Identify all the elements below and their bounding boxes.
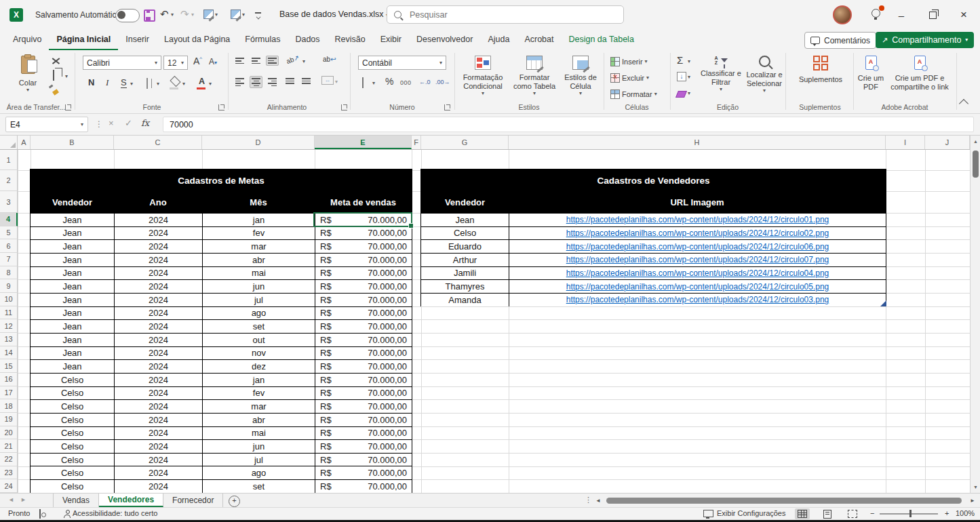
metas-cell-ano[interactable]: 2024 <box>114 400 202 413</box>
metas-cell-meta[interactable]: R$70.000,00 <box>315 427 412 440</box>
spreadsheet-grid[interactable]: Cadastros de Metas VendedorAnoMêsMeta de… <box>0 150 970 493</box>
row-header-15[interactable]: 15 <box>0 359 18 373</box>
comma-style-icon[interactable]: 000 <box>400 79 412 86</box>
ribbon-tab-design-da-tabela[interactable]: Design da Tabela <box>561 30 641 49</box>
metas-cell-ano[interactable]: 2024 <box>114 214 202 226</box>
metas-cell-meta[interactable]: R$70.000,00 <box>315 374 412 386</box>
metas-cell-mes[interactable]: abr <box>202 414 315 426</box>
metas-cell-mes[interactable]: fev <box>202 227 315 240</box>
column-header-J[interactable]: J <box>925 136 970 149</box>
macro-record-icon[interactable] <box>39 509 41 519</box>
vertical-scroll-thumb[interactable] <box>973 150 979 178</box>
sheet-nav-right-icon[interactable]: ► <box>20 496 26 503</box>
row-header-9[interactable]: 9 <box>0 279 18 293</box>
column-header-H[interactable]: H <box>509 136 886 149</box>
row-header-21[interactable]: 21 <box>0 439 18 453</box>
metas-cell-vendedor[interactable]: Jean <box>31 360 114 373</box>
vendedor-name[interactable]: Jamili <box>421 267 509 280</box>
sort-filter-button[interactable]: AZ Classificar e Filtrar ▾ <box>700 56 742 92</box>
number-format-select[interactable]: Contábil ▾ <box>358 56 446 70</box>
row-header-6[interactable]: 6 <box>0 239 18 253</box>
page-layout-view-button[interactable] <box>820 508 835 519</box>
metas-cell-vendedor[interactable]: Jean <box>31 227 114 240</box>
metas-cell-meta[interactable]: R$70.000,00 <box>315 360 412 373</box>
scroll-down-icon[interactable]: ▼ <box>971 485 980 489</box>
metas-cell-meta[interactable]: R$70.000,00 <box>315 294 412 306</box>
metas-cell-meta[interactable]: R$70.000,00 <box>315 227 412 240</box>
orientation-icon[interactable]: ab↗ <box>286 54 300 65</box>
metas-cell-mes[interactable]: jan <box>202 214 315 226</box>
metas-cell-meta[interactable]: R$70.000,00 <box>315 240 412 253</box>
url-link[interactable]: https://pacotedeplanilhas.com/wp-content… <box>566 242 829 252</box>
metas-cell-ano[interactable]: 2024 <box>114 307 202 320</box>
url-link[interactable]: https://pacotedeplanilhas.com/wp-content… <box>566 282 829 292</box>
share-button[interactable]: ↗ Compartilhamento ▾ <box>876 32 974 48</box>
metas-cell-mes[interactable]: jul <box>202 454 315 466</box>
row-header-13[interactable]: 13 <box>0 333 18 346</box>
metas-cell-mes[interactable]: dez <box>202 360 315 373</box>
metas-cell-meta[interactable]: R$70.000,00 <box>315 454 412 466</box>
metas-cell-vendedor[interactable]: Jean <box>31 334 114 346</box>
restore-button[interactable] <box>922 7 943 23</box>
increase-font-icon[interactable]: A^ <box>193 56 202 66</box>
column-header-D[interactable]: D <box>202 136 315 149</box>
borders-icon[interactable] <box>146 78 148 89</box>
copy-dropdown-icon[interactable]: ▾ <box>65 74 68 79</box>
minimize-button[interactable]: – <box>891 7 912 23</box>
metas-cell-ano[interactable]: 2024 <box>114 334 202 346</box>
accounting-dropdown-icon[interactable]: ▾ <box>372 81 375 86</box>
hscroll-left-icon[interactable]: ◄ <box>595 498 601 504</box>
font-family-select[interactable]: Calibri ▾ <box>83 56 161 70</box>
url-link[interactable]: https://pacotedeplanilhas.com/wp-content… <box>566 228 829 238</box>
conditional-formatting-button[interactable]: Formatação Condicional ▾ <box>458 56 507 96</box>
metas-cell-mes[interactable]: ago <box>202 466 315 479</box>
clear-icon[interactable] <box>675 91 687 98</box>
metas-cell-mes[interactable]: mai <box>202 427 315 440</box>
row-header-5[interactable]: 5 <box>0 226 18 240</box>
vendedor-name[interactable]: Jean <box>421 214 509 226</box>
url-link[interactable]: https://pacotedeplanilhas.com/wp-content… <box>566 255 829 264</box>
fill-color-dropdown-icon[interactable]: ▾ <box>182 81 185 87</box>
row-header-1[interactable]: 1 <box>0 150 18 170</box>
draw-borders-dropdown-icon[interactable]: ▾ <box>215 12 218 18</box>
excel-logo-icon[interactable]: X <box>9 8 23 22</box>
row-header-8[interactable]: 8 <box>0 266 18 280</box>
avatar[interactable] <box>833 5 852 24</box>
bold-button[interactable]: N <box>88 77 94 87</box>
metas-cell-vendedor[interactable]: Celso <box>31 387 114 400</box>
column-header-B[interactable]: B <box>31 136 114 149</box>
metas-cell-ano[interactable]: 2024 <box>114 320 202 333</box>
metas-cell-vendedor[interactable]: Celso <box>31 454 114 466</box>
metas-cell-mes[interactable]: jun <box>202 280 315 293</box>
cell-styles-button[interactable]: Estilos de Célula ▾ <box>560 56 601 96</box>
vendedor-name[interactable]: Eduardo <box>421 240 509 253</box>
ribbon-tab-fórmulas[interactable]: Fórmulas <box>237 30 288 49</box>
ribbon-tab-revisão[interactable]: Revisão <box>328 30 373 49</box>
find-select-button[interactable]: Localizar e Selecionar ▾ <box>743 56 785 94</box>
ribbon-tab-dados[interactable]: Dados <box>288 30 327 49</box>
metas-cell-ano[interactable]: 2024 <box>114 360 202 373</box>
confirm-entry-icon[interactable]: ✓ <box>125 118 132 128</box>
row-header-11[interactable]: 11 <box>0 306 18 320</box>
ribbon-tab-inserir[interactable]: Inserir <box>118 30 157 49</box>
vendedor-name[interactable]: Amanda <box>421 294 509 306</box>
create-share-pdf-button[interactable]: A Crie um PDF e compartilhe o link <box>887 56 952 92</box>
display-settings-button[interactable]: Exibir Configurações <box>703 509 786 517</box>
create-pdf-button[interactable]: A Crie um PDF <box>856 56 886 92</box>
undo-dropdown-icon[interactable]: ▾ <box>171 12 174 18</box>
metas-cell-vendedor[interactable]: Jean <box>31 307 114 320</box>
metas-cell-ano[interactable]: 2024 <box>114 427 202 440</box>
font-color-icon[interactable]: A <box>199 78 205 85</box>
orientation-dropdown-icon[interactable]: ▾ <box>302 59 305 64</box>
accessibility-status[interactable]: Acessibilidade: tudo certo <box>73 509 157 517</box>
wrap-text-icon[interactable]: ab↩ <box>323 56 336 63</box>
ribbon-tab-layout-da-página[interactable]: Layout da Página <box>157 30 237 49</box>
metas-cell-mes[interactable]: fev <box>202 387 315 400</box>
ribbon-tab-exibir[interactable]: Exibir <box>373 30 409 49</box>
vendedor-name[interactable]: Arthur <box>421 254 509 266</box>
metas-cell-meta[interactable]: R$70.000,00 <box>315 387 412 400</box>
redo-icon[interactable]: ↷ <box>180 8 189 20</box>
ribbon-tab-página-inicial[interactable]: Página Inicial <box>49 30 118 50</box>
underline-dropdown-icon[interactable]: ▾ <box>130 81 133 87</box>
draw-border-grid-icon[interactable] <box>231 9 241 19</box>
